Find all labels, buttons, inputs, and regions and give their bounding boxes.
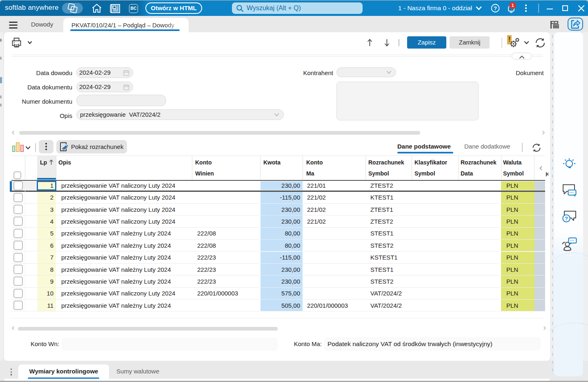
- svg-text:?: ?: [494, 5, 497, 11]
- svg-text:?: ?: [565, 215, 568, 222]
